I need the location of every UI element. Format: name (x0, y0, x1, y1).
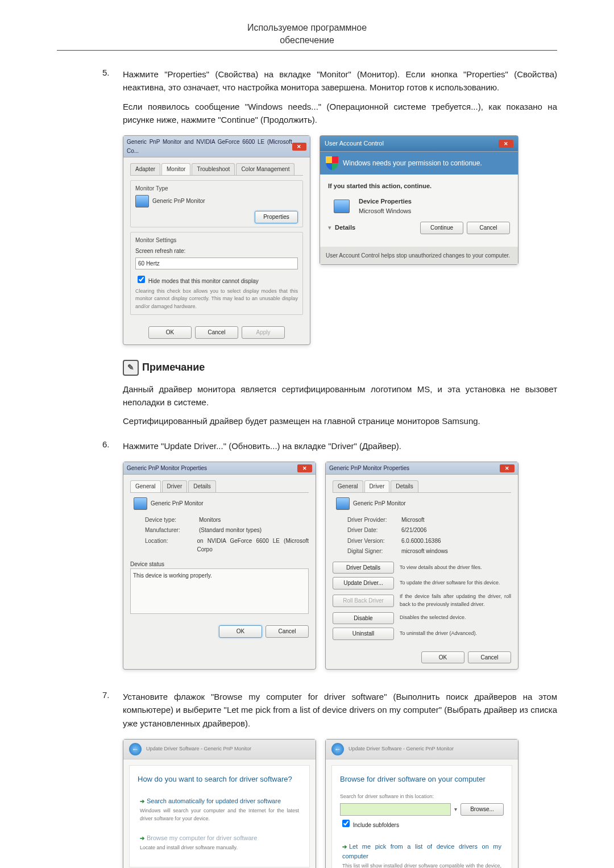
tab-adapter[interactable]: Adapter (130, 163, 160, 175)
close-icon[interactable]: ✕ (292, 143, 306, 151)
hide-modes-description: Clearing this check box allows you to se… (135, 288, 298, 312)
devtype-label: Device type: (145, 516, 193, 525)
devtype-value: Monitors (199, 516, 221, 525)
ok-button[interactable]: OK (148, 326, 192, 339)
chevron-down-icon[interactable]: ▾ (328, 223, 331, 232)
ok-button[interactable]: OK (219, 625, 262, 638)
tab-driver[interactable]: Driver (364, 480, 390, 492)
ok-button[interactable]: OK (421, 651, 464, 664)
tab-driver[interactable]: Driver (162, 480, 188, 492)
tab-general[interactable]: General (333, 480, 363, 492)
uninstall-desc: To uninstall the driver (Advanced). (400, 630, 511, 638)
provider-value: Microsoft (401, 516, 425, 525)
note-paragraph2: Сертифицированный драйвер будет размещен… (123, 414, 557, 427)
apply-button[interactable]: Apply (242, 326, 285, 339)
page-header-line2: обеспечение (57, 35, 557, 45)
disable-button[interactable]: Disable (333, 612, 394, 625)
option-pick-title: Let me pick from a list of device driver… (342, 843, 501, 859)
step7-number: 7. (102, 690, 123, 868)
rollback-driver-button[interactable]: Roll Back Driver (333, 595, 394, 607)
option-browse-title: Browse my computer for driver software (147, 834, 257, 841)
update-driver-button[interactable]: Update Driver... (333, 577, 394, 589)
back-icon[interactable]: ← (331, 743, 344, 755)
cancel-button[interactable]: Cancel (195, 326, 238, 339)
close-icon[interactable]: ✕ (499, 140, 513, 148)
driver-wizard-browse: ← Update Driver Software - Generic PnP M… (325, 739, 518, 868)
tab-troubleshoot[interactable]: Troubleshoot (192, 163, 235, 175)
monitor-settings-label: Monitor Settings (135, 236, 298, 245)
tab-details[interactable]: Details (188, 480, 216, 492)
continue-button[interactable]: Continue (420, 222, 463, 234)
driver-dialog-title: Generic PnP Monitor Properties (329, 464, 409, 473)
driver-device-name: Generic PnP Monitor (353, 499, 406, 508)
general-dialog-title: Generic PnP Monitor Properties (127, 464, 207, 473)
tab-general[interactable]: General (130, 480, 161, 492)
hide-modes-checkbox[interactable] (138, 276, 145, 283)
device-status-box: This device is working properly. (130, 568, 309, 614)
uac-details-toggle[interactable]: Details (335, 223, 355, 232)
hide-modes-label: Hide modes that this monitor cannot disp… (148, 278, 259, 284)
option-browse-computer[interactable]: ➔Browse my computer for driver software … (138, 830, 301, 855)
monitor-type-label: Monitor Type (135, 184, 298, 193)
disable-desc: Disables the selected device. (400, 614, 511, 622)
monitor-device-name: Generic PnP Monitor (152, 197, 205, 206)
driver-wizard-search: ← Update Driver Software - Generic PnP M… (123, 739, 316, 868)
close-icon[interactable]: ✕ (500, 464, 515, 472)
driver-properties-dialog: Generic PnP Monitor Properties ✕ General… (325, 462, 518, 670)
option-pick-from-list[interactable]: ➔Let me pick from a list of device drive… (340, 838, 504, 868)
close-icon[interactable]: ✕ (297, 464, 312, 472)
uninstall-button[interactable]: Uninstall (333, 628, 394, 640)
step6-number: 6. (102, 439, 123, 685)
tab-color-management[interactable]: Color Management (236, 163, 294, 175)
uac-device-properties: Device Properties (359, 197, 412, 206)
signer-value: microsoft windows (401, 547, 448, 556)
rollback-driver-desc: If the device fails after updating the d… (400, 593, 511, 609)
uac-title: User Account Control (325, 139, 384, 148)
include-subfolders-label: Include subfolders (353, 822, 399, 828)
step7-paragraph1: Установите флажок "Browse my computer fo… (123, 690, 557, 730)
uac-company: Microsoft Windows (359, 206, 412, 216)
properties-button[interactable]: Properties (255, 211, 298, 223)
wizard1-title: How do you want to search for driver sof… (138, 774, 301, 785)
driver-details-desc: To view details about the driver files. (400, 564, 511, 572)
note-paragraph1: Данный драйвер монитора является сертифи… (123, 383, 557, 409)
note-icon: ✎ (123, 360, 139, 376)
refresh-rate-label: Screen refresh rate: (135, 247, 298, 256)
include-subfolders-checkbox[interactable] (342, 820, 350, 827)
monitor-properties-dialog: Generic PnP Monitor and NVIDIA GeForce 6… (123, 135, 310, 345)
wizard1-crumb: Update Driver Software - Generic PnP Mon… (146, 745, 251, 753)
arrow-icon: ➔ (342, 844, 347, 850)
location-input[interactable] (340, 803, 451, 816)
date-value: 6/21/2006 (401, 526, 427, 535)
mfr-label: Manufacturer: (145, 526, 193, 535)
cancel-button[interactable]: Cancel (265, 625, 309, 638)
cancel-button[interactable]: Cancel (468, 651, 511, 664)
monitor-icon (134, 497, 147, 510)
option-search-auto[interactable]: ➔Search automatically for updated driver… (138, 793, 301, 827)
cancel-button[interactable]: Cancel (467, 222, 510, 234)
general-properties-dialog: Generic PnP Monitor Properties ✕ General… (123, 462, 316, 670)
driver-details-button[interactable]: Driver Details (333, 562, 394, 574)
back-icon[interactable]: ← (129, 743, 142, 755)
tab-monitor[interactable]: Monitor (161, 163, 190, 175)
monitor-icon (336, 497, 350, 510)
uac-dialog: User Account Control ✕ Windows needs you… (320, 135, 518, 265)
tab-details[interactable]: Details (391, 480, 418, 492)
device-status-label: Device status (130, 560, 309, 569)
device-icon (334, 200, 350, 213)
update-driver-desc: To update the driver software for this d… (400, 579, 511, 587)
header-rule (57, 50, 557, 51)
option-browse-desc: Locate and install driver software manua… (140, 844, 299, 852)
signer-label: Digital Signer: (347, 547, 396, 556)
version-label: Driver Version: (347, 537, 396, 546)
version-value: 6.0.6000.16386 (401, 537, 441, 546)
uac-footer-text: User Account Control helps stop unauthor… (320, 247, 518, 265)
wizard2-title: Browse for driver software on your compu… (340, 774, 504, 785)
general-device-name: Generic PnP Monitor (151, 499, 204, 508)
refresh-rate-select[interactable]: 60 Hertz (135, 258, 298, 270)
mfr-value: (Standard monitor types) (199, 526, 262, 535)
note-heading: Примечание (142, 360, 205, 376)
search-location-label: Search for driver software in this locat… (340, 793, 504, 801)
browse-button[interactable]: Browse... (460, 803, 504, 816)
loc-label: Location: (145, 537, 191, 554)
